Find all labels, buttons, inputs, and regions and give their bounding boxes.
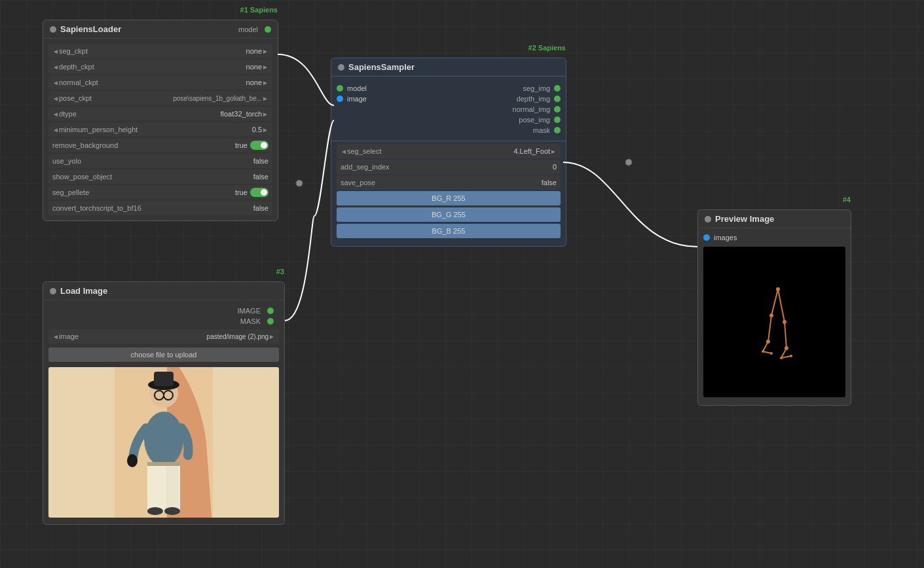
param-dtype[interactable]: ◄ dtype float32_torch ►: [48, 107, 272, 121]
output-mask-port[interactable]: [554, 127, 561, 133]
load-image-node: #3 Load Image IMAGE MASK ◄ image pasted/…: [43, 281, 285, 525]
node2-label: #2 Sapiens: [528, 44, 566, 52]
svg-rect-16: [147, 462, 180, 466]
load-image-header: Load Image: [43, 282, 284, 300]
param-min-person-height[interactable]: ◄ minimum_person_height 0.5 ►: [48, 122, 272, 137]
output-MASK-row: MASK: [235, 316, 279, 327]
param-save-pose[interactable]: save_pose false: [337, 175, 561, 190]
node-status-dot: [50, 26, 56, 33]
param-show-pose-object[interactable]: show_pose_object false: [48, 169, 272, 184]
output-depth-img-port[interactable]: [554, 96, 561, 102]
input-image-row: image: [331, 94, 372, 104]
load-image-status-dot: [50, 288, 56, 294]
svg-point-1: [625, 159, 632, 166]
svg-rect-6: [154, 372, 174, 386]
output-mask-label: mask: [533, 126, 550, 134]
sapiens-sampler-body: model image seg_img depth_img norm: [331, 77, 566, 246]
param-convert-torchscript[interactable]: convert_torchscript_to_bf16 false: [48, 201, 272, 215]
svg-point-0: [296, 180, 303, 186]
svg-point-15: [164, 507, 180, 515]
input-images-row: images: [698, 232, 851, 243]
param-use-yolo[interactable]: use_yolo false: [48, 154, 272, 168]
output-normal-img-row: normal_img: [508, 104, 566, 115]
input-model-port[interactable]: [337, 85, 343, 92]
output-pose-img-label: pose_img: [519, 116, 550, 124]
sapiens-loader-node: #1 Sapiens SapiensLoader model ◄ seg_ckp…: [43, 20, 278, 221]
svg-point-34: [790, 355, 792, 357]
output-seg-img-row: seg_img: [508, 83, 566, 94]
svg-point-14: [147, 507, 163, 515]
node4-label: #4: [843, 196, 851, 204]
sapiens-loader-title: SapiensLoader: [60, 24, 121, 34]
svg-point-3: [144, 412, 183, 467]
input-image-port[interactable]: [337, 96, 343, 102]
slider-bg-g-label: BG_G 255: [342, 211, 555, 219]
param-image-file[interactable]: ◄ image pasted/image (2).png ►: [48, 329, 279, 344]
output-IMAGE-port[interactable]: [267, 308, 274, 314]
param-pose-ckpt[interactable]: ◄ pose_ckpt pose\sapiens_1b_goliath_be..…: [48, 91, 272, 105]
output-depth-img-row: depth_img: [508, 94, 566, 104]
param-depth-ckpt[interactable]: ◄ depth_ckpt none ►: [48, 60, 272, 74]
input-image-label: image: [347, 95, 367, 103]
load-image-body: IMAGE MASK ◄ image pasted/image (2).png …: [43, 300, 284, 524]
svg-rect-12: [149, 463, 162, 509]
sampler-status-dot: [338, 64, 344, 71]
preview-image-header: Preview Image: [698, 210, 851, 228]
svg-point-31: [762, 350, 764, 353]
load-image-outputs: IMAGE MASK: [43, 304, 284, 328]
output-MASK-port[interactable]: [267, 318, 274, 325]
preview-image-node: #4 Preview Image images: [697, 209, 851, 406]
slider-bg-r-label: BG_R 255: [342, 194, 555, 202]
image-preview-thumbnail: [48, 367, 279, 518]
slider-bg-b-label: BG_B 255: [342, 227, 555, 235]
toggle-seg-pellete[interactable]: [250, 188, 268, 197]
node3-label: #3: [276, 268, 284, 275]
arrow-right-seg-ckpt[interactable]: ►: [262, 48, 268, 55]
slider-bg-g[interactable]: BG_G 255: [337, 207, 561, 222]
output-IMAGE-row: IMAGE: [232, 306, 279, 316]
output-MASK-label: MASK: [240, 317, 261, 325]
load-image-title: Load Image: [60, 286, 107, 296]
param-add-seg-index[interactable]: add_seg_index 0: [337, 160, 561, 174]
param-seg-ckpt[interactable]: ◄ seg_ckpt none ►: [48, 44, 272, 58]
preview-image-status-dot: [705, 216, 711, 222]
output-mask-row: mask: [508, 125, 566, 135]
preview-image-body: images: [698, 228, 851, 405]
output-IMAGE-label: IMAGE: [238, 307, 261, 315]
slider-bg-b[interactable]: BG_B 255: [337, 224, 561, 238]
input-images-port[interactable]: [703, 234, 710, 241]
svg-point-27: [769, 313, 773, 317]
output-seg-img-port[interactable]: [554, 85, 561, 92]
param-seg-select[interactable]: ◄ seg_select 4.Left_Foot ►: [337, 144, 561, 158]
svg-point-32: [770, 352, 773, 355]
output-model-label: model: [238, 26, 258, 33]
arrow-left-seg-ckpt[interactable]: ◄: [52, 48, 59, 55]
output-pose-img-port[interactable]: [554, 116, 561, 123]
output-model-port[interactable]: [265, 26, 271, 33]
slider-bg-r[interactable]: BG_R 255: [337, 191, 561, 205]
input-model-row: model: [331, 83, 372, 94]
pose-skeleton-svg: [716, 250, 834, 394]
svg-rect-13: [166, 463, 179, 509]
svg-rect-17: [716, 250, 834, 394]
preview-canvas: [703, 247, 845, 397]
sapiens-sampler-header: SapiensSampler: [331, 58, 566, 77]
sapiens-sampler-node: #2 Sapiens SapiensSampler model image: [331, 58, 566, 247]
svg-point-10: [127, 454, 138, 467]
output-depth-img-label: depth_img: [517, 95, 550, 103]
choose-file-button[interactable]: choose file to upload: [48, 347, 279, 362]
svg-point-29: [783, 320, 786, 324]
sapiens-loader-header: SapiensLoader model: [43, 20, 278, 39]
sampler-divider: [331, 141, 566, 141]
sapiens-loader-body: ◄ seg_ckpt none ► ◄ depth_ckpt none ► ◄ …: [43, 39, 278, 221]
sampler-inputs: model image: [331, 83, 372, 135]
svg-point-33: [780, 357, 783, 359]
input-model-label: model: [347, 84, 367, 92]
param-normal-ckpt[interactable]: ◄ normal_ckpt none ►: [48, 75, 272, 90]
person-figure-svg: [115, 367, 213, 518]
toggle-remove-background[interactable]: [250, 141, 268, 150]
param-seg-pellete[interactable]: seg_pellete true: [48, 185, 272, 200]
output-pose-img-row: pose_img: [508, 115, 566, 125]
output-normal-img-port[interactable]: [554, 106, 561, 113]
param-remove-background[interactable]: remove_background true: [48, 138, 272, 152]
